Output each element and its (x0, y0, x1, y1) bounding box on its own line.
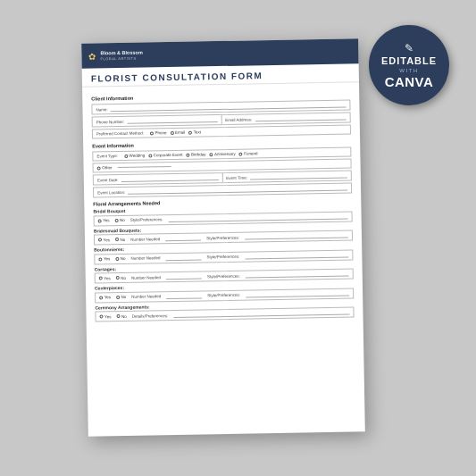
logo-subtitle: FLORAL ARTISTS (100, 56, 142, 62)
bridal-no: No (114, 218, 124, 222)
radio-circle-centerpieces-yes (99, 296, 103, 299)
radio-circle-bridal-no (114, 219, 118, 222)
event-time-label: Event Time: (226, 175, 247, 180)
event-location-row: Event Location: (93, 182, 352, 197)
editable-canva-badge: ✎ EDITABLE WITH CANVA (369, 25, 449, 105)
editable-label: EDITABLE (381, 56, 437, 66)
centerpieces-no-label: No (121, 295, 126, 299)
centerpieces-number-label: Number Needed (131, 294, 161, 299)
preferred-contact-row: Preferred Contact Method: Phone Email Te… (92, 124, 351, 138)
radio-birthday-label: Birthday (191, 152, 206, 156)
document-content: Client Information Name: Phone Number: E… (82, 82, 363, 328)
radio-funeral-label: Funeral (244, 151, 257, 155)
radio-funeral: Funeral (239, 151, 258, 155)
bridal-style-label: Style/Preferences: (130, 217, 163, 222)
event-time-field: Event Time: (222, 171, 351, 182)
boutonnieres-yes-label: Yes (104, 256, 110, 261)
bridesmaid-no-label: No (120, 237, 125, 241)
radio-circle-centerpieces-no (116, 296, 120, 299)
radio-circle-corporate (148, 154, 152, 157)
ceremony-no-label: No (121, 313, 127, 318)
page-background: ✿ Bloom & Blossom FLORAL ARTISTS FLORIST… (0, 0, 476, 476)
radio-circle-anniversary (210, 153, 213, 156)
bridesmaid-yes-label: Yes (103, 238, 109, 242)
radio-wedding-label: Wedding (129, 154, 146, 158)
ceremony-no: No (116, 313, 126, 318)
radio-phone-label: Phone (154, 130, 166, 135)
radio-circle-text (188, 130, 192, 134)
radio-circle-boutonnieres-no (115, 257, 119, 261)
event-location-label: Event Location: (97, 189, 125, 195)
bridesmaid-style-label: Style/Preferences: (206, 235, 239, 240)
corsages-yes: Yes (99, 276, 111, 280)
email-field: Email Address: (221, 113, 350, 125)
event-type-label: Event Type: (96, 154, 118, 158)
logo-flower-icon: ✿ (88, 51, 96, 61)
name-label: Name: (96, 107, 107, 112)
radio-anniversary-label: Anniversary (214, 152, 236, 156)
radio-birthday: Birthday (186, 152, 205, 156)
radio-circle-ceremony-no (116, 314, 120, 318)
radio-circle-corsages-yes (99, 276, 103, 280)
event-date-label: Event Date: (97, 178, 119, 182)
floral-section: Floral Arrangements Needed Bridal Bouque… (93, 196, 354, 322)
radio-circle-boutonnieres-yes (98, 257, 102, 261)
logo-name: Bloom & Blossom (100, 49, 142, 55)
other-line (117, 166, 171, 168)
canva-label: CANVA (385, 75, 434, 88)
radio-circle-birthday (186, 153, 189, 156)
corsages-yes-label: Yes (104, 276, 110, 280)
radio-circle-phone (150, 131, 154, 135)
radio-email-label: Email (175, 130, 185, 135)
centerpieces-style-label: Style/Preferences: (207, 293, 240, 298)
phone-field: Phone Number: (93, 115, 222, 127)
centerpieces-yes: Yes (99, 295, 111, 299)
email-label: Email Address: (225, 117, 252, 122)
bridesmaid-no: No (115, 237, 125, 241)
boutonnieres-yes: Yes (98, 256, 110, 261)
boutonnieres-no-label: No (121, 256, 126, 261)
radio-circle-email (170, 130, 173, 134)
event-date-field: Event Date: (94, 173, 223, 185)
with-label: WITH (399, 68, 418, 73)
radio-circle-other (97, 166, 101, 170)
radio-corporate-label: Corporate Event (154, 153, 183, 158)
corsages-no-label: No (121, 275, 126, 280)
corsages-number-label: Number Needed (131, 275, 161, 280)
radio-circle-corsages-no (116, 276, 120, 280)
document: ✿ Bloom & Blossom FLORAL ARTISTS FLORIST… (81, 38, 365, 436)
radio-circle-funeral (239, 152, 243, 155)
radio-email: Email (170, 130, 185, 135)
radio-anniversary: Anniversary (209, 152, 235, 157)
boutonnieres-style-label: Style/Preferences: (206, 255, 239, 260)
radio-phone: Phone (150, 130, 167, 135)
radio-text-label: Text (194, 129, 201, 134)
radio-circle-wedding (124, 154, 128, 157)
ceremony-yes-label: Yes (104, 314, 111, 319)
ceremony-details-label: Details/Preferences: (132, 313, 169, 319)
logo-text-block: Bloom & Blossom FLORAL ARTISTS (100, 49, 143, 61)
radio-circle-bridal-yes (98, 219, 102, 222)
radio-other: Other (97, 165, 113, 170)
radio-circle-ceremony-yes (99, 314, 103, 318)
ceremony-yes: Yes (99, 314, 111, 319)
bridal-yes: Yes (98, 218, 110, 222)
bridal-yes-label: Yes (103, 218, 109, 222)
radio-circle-bridesmaid-yes (98, 238, 102, 241)
centerpieces-no: No (116, 295, 126, 299)
corsages-style-label: Style/Preferences: (207, 273, 240, 279)
document-title: FLORIST CONSULTATION FORM (91, 71, 263, 83)
radio-other-label: Other (102, 165, 112, 170)
boutonnieres-no: No (115, 256, 125, 261)
radio-corporate: Corporate Event (148, 153, 182, 158)
bridal-no-label: No (120, 218, 125, 222)
boutonnieres-number-label: Number Needed (130, 255, 160, 261)
bridesmaid-yes: Yes (98, 238, 110, 242)
radio-text: Text (188, 129, 201, 134)
phone-label: Phone Number: (96, 119, 125, 124)
bridesmaid-number-label: Number Needed (130, 237, 160, 242)
edit-pencil-icon: ✎ (405, 42, 413, 54)
radio-wedding: Wedding (124, 154, 145, 158)
radio-circle-bridesmaid-no (115, 238, 119, 241)
preferred-contact-label: Preferred Contact Method: (96, 131, 144, 137)
